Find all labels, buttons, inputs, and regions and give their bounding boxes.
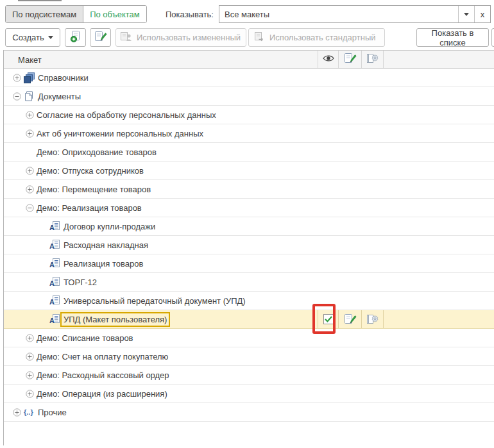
- tree-row-label: Расходная накладная: [64, 240, 151, 250]
- svg-text:А: А: [49, 317, 55, 324]
- create-button-label: Создать: [12, 33, 44, 42]
- chevron-down-icon: [464, 13, 469, 16]
- svg-text:А: А: [49, 279, 55, 287]
- tree-row[interactable]: {..}Прочие: [4, 403, 494, 422]
- clear-filter-button[interactable]: x: [474, 6, 490, 22]
- catalog-icon: [24, 72, 38, 83]
- tree-row[interactable]: Документы: [4, 87, 494, 106]
- template-icon: А: [49, 221, 64, 231]
- tree-row[interactable]: Демо: Оприходование товаров: [4, 143, 494, 162]
- svg-text:А: А: [49, 261, 55, 269]
- tree-row[interactable]: Справочники: [4, 69, 494, 87]
- tree-row-label: Демо: Расходный кассовый ордер: [37, 370, 172, 380]
- tree-row[interactable]: АУниверсальный передаточный документ (УП…: [4, 292, 494, 310]
- expand-plus-icon[interactable]: [26, 129, 37, 138]
- tree-row-label: Прочие: [38, 408, 69, 417]
- expand-plus-icon[interactable]: [13, 408, 24, 417]
- table-header: Макет: [4, 50, 494, 69]
- tree-row-label: Универсальный передаточный документ (УПД…: [64, 296, 248, 306]
- tree-row[interactable]: Демо: Расходный кассовый ордер: [4, 366, 494, 385]
- add-template-button[interactable]: [65, 28, 86, 47]
- expand-plus-icon[interactable]: [13, 74, 24, 82]
- clipped-button[interactable]: [491, 28, 494, 47]
- svg-text:А: А: [49, 242, 55, 250]
- templates-tree: СправочникиДокументыСогласие на обработк…: [4, 69, 494, 422]
- column-divider: [383, 51, 384, 68]
- templates-filter-input[interactable]: [219, 6, 458, 22]
- tree-row-label: Согласие на обработку персональных данны…: [37, 110, 219, 120]
- tree-row-label: Акт об уничтожении персональных данных: [37, 129, 206, 138]
- tree-row-label: Демо: Списание товаров: [37, 333, 136, 343]
- column-header-standard[interactable]: [361, 51, 384, 68]
- tree-row-label: ТОРГ-12: [64, 278, 99, 287]
- tree-row-label: Демо: Операция (из расширения): [37, 389, 170, 399]
- checked-checkbox-icon[interactable]: [318, 310, 339, 328]
- use-modified-button: Использовать измененный: [115, 28, 246, 47]
- documents-icon: [24, 91, 38, 101]
- use-modified-icon: [120, 31, 133, 44]
- svg-text:А: А: [49, 224, 55, 231]
- use-standard-label: Использовать стандартный: [269, 33, 376, 42]
- tree-row[interactable]: АРеализация товаров: [4, 254, 494, 273]
- svg-text:А: А: [49, 298, 55, 306]
- expand-plus-icon[interactable]: [26, 353, 37, 361]
- standard-template-icon: [366, 53, 379, 66]
- edit-template-icon[interactable]: [338, 310, 362, 328]
- template-icon: А: [49, 295, 64, 306]
- tree-row[interactable]: Демо: Перемещение товаров: [4, 180, 494, 199]
- tree-row[interactable]: Демо: Операция (из расширения): [4, 385, 494, 403]
- template-icon: А: [49, 277, 64, 287]
- tree-row[interactable]: Демо: Отпуска сотрудников: [4, 162, 494, 180]
- expand-plus-icon[interactable]: [26, 334, 37, 342]
- tree-row[interactable]: Демо: Списание товаров: [4, 329, 494, 347]
- tree-row[interactable]: АДоговор купли-продажи: [4, 217, 494, 236]
- tree-row-label: Демо: Реализация товаров: [37, 203, 144, 213]
- tree-row[interactable]: Демо: Реализация товаров: [4, 199, 494, 217]
- create-button[interactable]: Создать: [5, 28, 60, 47]
- tree-row-label: Демо: Отпуска сотрудников: [37, 166, 146, 176]
- expand-minus-icon[interactable]: [26, 204, 37, 212]
- column-divider: [383, 310, 384, 328]
- visibility-eye-icon: [323, 54, 334, 64]
- tree-row-label: Демо: Перемещение товаров: [37, 185, 153, 194]
- tree-row[interactable]: АТОРГ-12: [4, 273, 494, 292]
- expand-minus-icon[interactable]: [13, 92, 24, 101]
- expand-plus-icon[interactable]: [26, 167, 37, 175]
- expand-plus-icon[interactable]: [26, 111, 37, 119]
- tree-row[interactable]: АРасходная накладная: [4, 236, 494, 254]
- tree-row-label: Справочники: [38, 73, 91, 83]
- tree-row[interactable]: Демо: Счет на оплату покупателю: [4, 347, 494, 366]
- tree-row-label: Документы: [38, 92, 83, 101]
- tree-row-label: Демо: Счет на оплату покупателю: [37, 352, 171, 361]
- template-icon: А: [49, 240, 64, 250]
- braces-icon: {..}: [24, 408, 38, 416]
- edit-template-icon: [94, 31, 107, 44]
- standard-template-icon[interactable]: [361, 310, 384, 328]
- show-in-list-button[interactable]: Показать в списке: [416, 28, 489, 47]
- column-header-modified[interactable]: [338, 51, 362, 68]
- tab-by-subsystems[interactable]: По подсистемам: [6, 6, 83, 22]
- tree-row[interactable]: Акт об уничтожении персональных данных: [4, 124, 494, 143]
- tree-row-label: Демо: Оприходование товаров: [37, 147, 159, 157]
- use-modified-label: Использовать измененный: [137, 33, 241, 42]
- column-header-maket[interactable]: Макет: [18, 54, 42, 64]
- expand-plus-icon[interactable]: [26, 185, 37, 194]
- chevron-down-icon: [48, 36, 53, 39]
- expand-plus-icon[interactable]: [26, 371, 37, 379]
- add-template-icon: [69, 30, 82, 45]
- show-filter-label: Показывать:: [166, 10, 214, 19]
- view-switcher: По подсистемам По объектам: [5, 5, 147, 23]
- column-header-visibility[interactable]: [318, 51, 339, 68]
- tree-row-label: Реализация товаров: [64, 259, 146, 269]
- use-standard-icon: [253, 31, 266, 44]
- tree-row-label: УПД (Макет пользователя): [60, 312, 170, 327]
- edit-template-button[interactable]: [90, 28, 111, 47]
- dropdown-button[interactable]: [458, 6, 474, 22]
- tree-row[interactable]: Согласие на обработку персональных данны…: [4, 106, 494, 124]
- template-icon: А: [49, 258, 64, 269]
- tree-row[interactable]: АУПД (Макет пользователя): [4, 310, 494, 329]
- tab-by-objects[interactable]: По объектам: [83, 6, 146, 22]
- expand-plus-icon[interactable]: [26, 390, 37, 398]
- templates-filter-combobox: x: [219, 5, 491, 23]
- tree-row-label: Договор купли-продажи: [64, 222, 158, 231]
